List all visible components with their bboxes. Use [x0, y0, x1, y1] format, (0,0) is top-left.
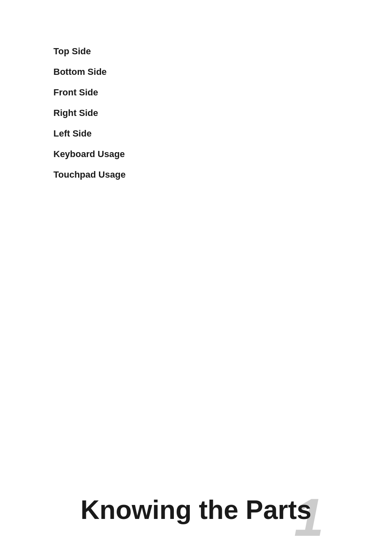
page-container: Top Side Bottom Side Front Side Right Si…	[0, 0, 392, 558]
toc-item-top-side[interactable]: Top Side	[53, 41, 339, 62]
chapter-footer: 1 Knowing the Parts	[0, 495, 392, 525]
toc-item-front-side[interactable]: Front Side	[53, 82, 339, 103]
toc-item-right-side[interactable]: Right Side	[53, 103, 339, 123]
chapter-title: Knowing the Parts	[81, 495, 311, 525]
chapter-title-wrapper: 1 Knowing the Parts	[81, 495, 311, 525]
toc-list: Top Side Bottom Side Front Side Right Si…	[53, 41, 339, 185]
toc-item-touchpad-usage[interactable]: Touchpad Usage	[53, 164, 339, 185]
toc-item-left-side[interactable]: Left Side	[53, 123, 339, 144]
toc-item-bottom-side[interactable]: Bottom Side	[53, 62, 339, 82]
toc-item-keyboard-usage[interactable]: Keyboard Usage	[53, 144, 339, 164]
